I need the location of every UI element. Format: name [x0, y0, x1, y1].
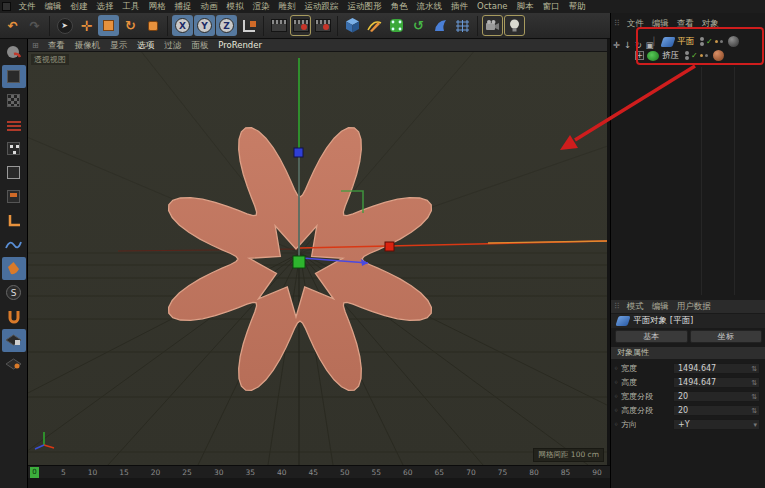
material-tag-icon[interactable]	[713, 50, 724, 61]
zoom-view-icon[interactable]: ↓	[623, 40, 632, 50]
timeline-tick[interactable]: 5	[61, 468, 66, 477]
timeline-tick[interactable]: 90	[592, 468, 602, 477]
scale-tool-icon[interactable]	[98, 15, 119, 36]
live-selection-icon[interactable]: ➤	[54, 15, 75, 36]
menu-tools[interactable]: 工具	[118, 0, 144, 13]
menu-sculpt[interactable]: 雕刻	[274, 0, 300, 13]
keyframe-circle-icon[interactable]: ◦	[611, 392, 621, 401]
spinner-icon[interactable]: ⇅	[751, 365, 759, 373]
menu-character[interactable]: 角色	[386, 0, 412, 13]
menu-plugins[interactable]: 插件	[447, 0, 473, 13]
workplane-mode-icon[interactable]	[2, 353, 26, 376]
timeline-tick[interactable]: 55	[372, 468, 382, 477]
viewport-canvas[interactable]: 透视视图	[28, 52, 607, 465]
spinner-icon[interactable]: ⇅	[751, 379, 759, 387]
menu-octane[interactable]: Octane	[473, 0, 513, 13]
texture-axis-icon[interactable]	[2, 113, 26, 136]
render-settings-icon[interactable]	[290, 15, 311, 36]
gizmo-center-handle[interactable]	[293, 256, 305, 268]
vp-menu-filter[interactable]: 过滤	[159, 39, 186, 52]
timeline-tick[interactable]: 20	[151, 468, 161, 477]
timeline-tick[interactable]: 85	[561, 468, 571, 477]
spline-mode-icon[interactable]	[2, 233, 26, 256]
menu-help[interactable]: 帮助	[564, 0, 590, 13]
layer-dot[interactable]	[715, 40, 718, 43]
menu-file[interactable]: 文件	[14, 0, 40, 13]
menu-edit[interactable]: 编辑	[40, 0, 66, 13]
width-segments-input[interactable]: 20⇅	[673, 391, 760, 402]
keyframe-circle-icon[interactable]: ◦	[611, 420, 621, 429]
vp-menu-options[interactable]: 选项	[132, 39, 159, 52]
rotate-tool-icon[interactable]: ↻	[120, 15, 141, 36]
timeline-tick[interactable]: 35	[245, 468, 255, 477]
light-icon[interactable]	[504, 15, 525, 36]
object-name[interactable]: 挤压	[662, 50, 679, 62]
menu-simulate[interactable]: 模拟	[222, 0, 248, 13]
panel-grip-icon[interactable]: ⊞	[28, 41, 43, 50]
timeline-tick[interactable]: 15	[119, 468, 129, 477]
lock-x-icon[interactable]: X	[172, 15, 193, 36]
object-row-extrude[interactable]: + 挤压 ✓	[635, 49, 724, 62]
timeline-tick[interactable]: 60	[403, 468, 413, 477]
magnet-snap-icon[interactable]	[2, 305, 26, 328]
panel-grip-icon[interactable]: ⠿	[611, 19, 623, 28]
keyframe-circle-icon[interactable]: ◦	[611, 378, 621, 387]
gizmo-x-handle[interactable]	[385, 242, 394, 251]
menu-script[interactable]: 脚本	[512, 0, 538, 13]
tab-basic[interactable]: 基本	[615, 330, 688, 343]
deformer-icon[interactable]	[430, 15, 451, 36]
make-editable-icon[interactable]	[2, 41, 26, 64]
floor-icon[interactable]	[452, 15, 473, 36]
pan-view-icon[interactable]: ✛	[612, 40, 621, 50]
lock-y-icon[interactable]: Y	[194, 15, 215, 36]
timeline-tick[interactable]: 80	[529, 468, 539, 477]
om-menu-view[interactable]: 查看	[673, 18, 698, 30]
height-input[interactable]: 1494.647⇅	[673, 377, 760, 388]
am-menu-userdata[interactable]: 用户数据	[673, 301, 715, 313]
am-menu-mode[interactable]: 模式	[623, 301, 648, 313]
menu-render[interactable]: 渲染	[248, 0, 274, 13]
timeline-tick[interactable]: 45	[308, 468, 318, 477]
phong-tag-icon[interactable]	[728, 36, 739, 47]
layer-dot[interactable]	[705, 54, 708, 57]
generator-icon[interactable]: ↺	[408, 15, 429, 36]
menu-snap[interactable]: 捕捉	[170, 0, 196, 13]
layer-dot[interactable]	[700, 54, 703, 57]
subdivision-surface-icon[interactable]	[386, 15, 407, 36]
object-properties-section[interactable]: 对象属性	[611, 347, 765, 359]
snap-settings-icon[interactable]: S	[2, 281, 26, 304]
tab-coordinates[interactable]: 坐标	[690, 330, 763, 343]
vp-menu-panel[interactable]: 面板	[186, 39, 213, 52]
camera-icon[interactable]	[482, 15, 503, 36]
panel-grip-icon[interactable]: ⠿	[611, 302, 623, 311]
workplane-lock-icon[interactable]	[2, 329, 26, 352]
expand-toggle-icon[interactable]: +	[635, 51, 644, 60]
undo-icon[interactable]: ↶	[2, 15, 23, 36]
vp-menu-display[interactable]: 显示	[105, 39, 132, 52]
timeline-tick[interactable]: 50	[340, 468, 350, 477]
enable-toggle[interactable]: ✓	[691, 51, 698, 60]
spinner-icon[interactable]: ⇅	[751, 407, 759, 415]
visibility-toggle[interactable]	[700, 37, 704, 46]
layer-dot[interactable]	[720, 40, 723, 43]
gizmo-y-handle[interactable]	[294, 148, 303, 157]
visibility-toggle[interactable]	[685, 51, 689, 60]
coordinate-system-icon[interactable]	[238, 15, 259, 36]
scene-3d[interactable]	[28, 52, 607, 465]
viewport[interactable]: ⊞ 查看 摄像机 显示 选项 过滤 面板 ProRender 透视视图	[28, 39, 607, 465]
axis-mode-icon[interactable]	[2, 209, 26, 232]
object-row-plane[interactable]: │ 平面 ✓	[649, 35, 739, 48]
timeline-tick[interactable]: 10	[88, 468, 98, 477]
lock-z-icon[interactable]: Z	[216, 15, 237, 36]
model-mode-icon[interactable]	[2, 65, 26, 88]
enable-axis-icon[interactable]	[2, 257, 26, 280]
enable-toggle[interactable]: ✓	[706, 37, 713, 46]
menu-select[interactable]: 选择	[92, 0, 118, 13]
object-name[interactable]: 平面	[677, 36, 694, 48]
redo-icon[interactable]: ↷	[24, 15, 45, 36]
menu-create[interactable]: 创建	[66, 0, 92, 13]
point-mode-icon[interactable]	[2, 137, 26, 160]
chevron-down-icon[interactable]: ▾	[753, 421, 759, 429]
am-menu-edit[interactable]: 编辑	[648, 301, 673, 313]
timeline-tick[interactable]: 65	[435, 468, 445, 477]
